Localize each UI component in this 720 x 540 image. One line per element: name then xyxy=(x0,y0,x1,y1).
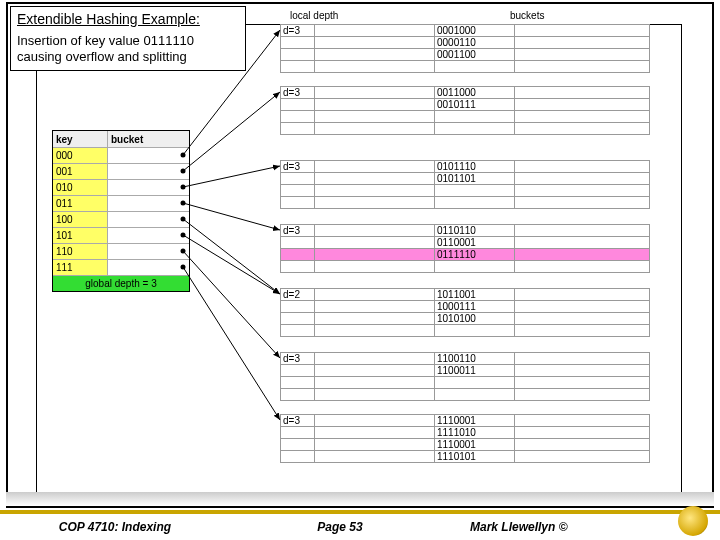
dir-header-bucket: bucket xyxy=(108,131,189,147)
header-buckets: buckets xyxy=(510,10,544,21)
bucket-table: d=2101100110001111010100 xyxy=(280,288,650,337)
bucket-table: d=301011100101101 xyxy=(280,160,650,209)
bucket: d=3000100000001100001100 xyxy=(280,24,650,73)
dir-key: 110 xyxy=(53,244,108,259)
directory-table: key bucket 000 001 010 011 100 101 110 1… xyxy=(52,130,190,292)
bucket-table: d=311001101100011 xyxy=(280,352,650,401)
dir-key: 001 xyxy=(53,164,108,179)
dir-key: 011 xyxy=(53,196,108,211)
dir-key: 101 xyxy=(53,228,108,243)
header-local-depth: local depth xyxy=(290,10,338,21)
bucket: d=301011100101101 xyxy=(280,160,650,209)
dir-header-key: key xyxy=(53,131,108,147)
subtitle: Insertion of key value 0111110 causing o… xyxy=(17,33,239,66)
footer-page: Page 53 xyxy=(230,520,450,534)
bucket-table: d=31110001111101011100011110101 xyxy=(280,414,650,463)
dir-key: 000 xyxy=(53,148,108,163)
bucket-table: d=3000100000001100001100 xyxy=(280,24,650,73)
global-depth: global depth = 3 xyxy=(53,275,189,291)
bucket-table: d=300110000010111 xyxy=(280,86,650,135)
dir-key: 100 xyxy=(53,212,108,227)
bucket: d=31110001111101011100011110101 xyxy=(280,414,650,463)
title: Extendible Hashing Example: xyxy=(17,11,239,27)
ucf-logo-icon xyxy=(678,506,708,536)
bucket: d=311001101100011 xyxy=(280,352,650,401)
footer: COP 4710: Indexing Page 53 Mark Llewelly… xyxy=(0,510,720,540)
bucket: d=3011011001100010111110 xyxy=(280,224,650,273)
bucket-table: d=3011011001100010111110 xyxy=(280,224,650,273)
title-box: Extendible Hashing Example: Insertion of… xyxy=(10,6,246,71)
footer-course: COP 4710: Indexing xyxy=(0,520,230,534)
dir-key: 111 xyxy=(53,260,108,275)
bucket: d=300110000010111 xyxy=(280,86,650,135)
dir-key: 010 xyxy=(53,180,108,195)
bucket: d=2101100110001111010100 xyxy=(280,288,650,337)
